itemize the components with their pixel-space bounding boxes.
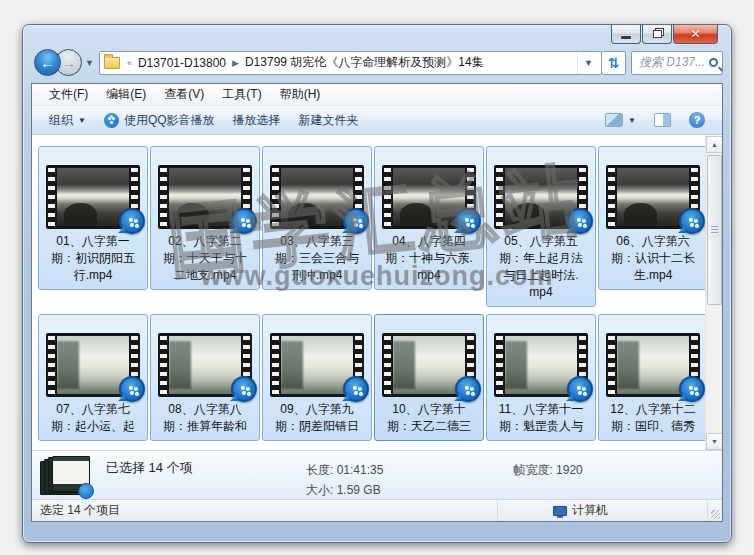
file-name-line: 04、八字第四: [377, 233, 481, 250]
minimize-button[interactable]: [611, 25, 641, 44]
thumbnail-image: [617, 336, 689, 394]
qq-play-button[interactable]: 使用QQ影音播放: [95, 109, 224, 132]
file-name-line: mp4: [377, 267, 481, 284]
file-name-line: 期：阴差阳错日: [265, 418, 369, 435]
file-tile[interactable]: 12、八字第十二期：国印、德秀: [598, 314, 708, 441]
vertical-scrollbar[interactable]: ▲ ▼: [705, 136, 722, 450]
file-tile[interactable]: 01、八字第一期：初识阴阳五行.mp4: [38, 146, 148, 290]
address-dropdown-icon[interactable]: ▼: [577, 52, 599, 74]
chevron-down-icon: ▼: [78, 116, 86, 125]
file-name-line: 期：推算年龄和: [153, 418, 257, 435]
history-dropdown[interactable]: ▼: [82, 58, 99, 68]
filmstrip-holes-icon: [160, 168, 167, 226]
new-folder-label: 新建文件夹: [299, 112, 359, 129]
search-icon[interactable]: [709, 58, 718, 67]
file-name-line: 期：初识阴阳五: [41, 250, 145, 267]
organize-label: 组织: [49, 112, 73, 129]
change-view-button[interactable]: ▼: [596, 110, 645, 130]
file-name-line: 06、八字第六: [601, 233, 705, 250]
file-tile[interactable]: 05、八字第五期：年上起月法与日上起时法.mp4: [486, 146, 596, 307]
filmstrip-holes-icon: [608, 168, 615, 226]
breadcrumb-parent[interactable]: D13701-D13800: [134, 56, 230, 70]
restore-button[interactable]: [642, 25, 672, 44]
play-select-label: 播放选择: [233, 112, 281, 129]
filmstrip-holes-icon: [48, 168, 55, 226]
file-name-line: 期：三会三合与: [265, 250, 369, 267]
file-name-line: 与日上起时法.: [489, 267, 593, 284]
breadcrumb-chevron[interactable]: «: [125, 58, 134, 68]
search-box[interactable]: 搜索 D137...: [631, 51, 723, 75]
video-thumbnail: [46, 165, 140, 229]
breadcrumb-arrow-icon[interactable]: ▶: [230, 58, 241, 68]
details-frame: 帧宽度: 1920: [513, 459, 582, 499]
file-tile[interactable]: 04、八字第四期：十神与六亲.mp4: [374, 146, 484, 290]
qq-player-badge-icon: [231, 208, 257, 234]
file-name-line: 期：国印、德秀: [601, 418, 705, 435]
refresh-button[interactable]: ⇅: [602, 51, 626, 75]
video-thumbnail: [270, 333, 364, 397]
file-tile[interactable]: 11、八字第十一期：魁罡贵人与: [486, 314, 596, 441]
qq-player-badge-icon: [679, 208, 705, 234]
folder-icon: [104, 57, 120, 69]
breadcrumb-current[interactable]: D13799 胡宪伦《八字命理解析及预测》14集: [241, 54, 488, 71]
computer-icon: [553, 506, 567, 516]
file-list-area[interactable]: 01、八字第一期：初识阴阳五行.mp4 02、八字第二期：十天干与十二地支.mp…: [32, 136, 722, 450]
thumbnail-image: [57, 336, 129, 394]
play-select-button[interactable]: 播放选择: [224, 109, 290, 132]
file-name-line: 期：年上起月法: [489, 250, 593, 267]
file-tile[interactable]: 02、八字第二期：十天干与十二地支.mp4: [150, 146, 260, 290]
file-name: 01、八字第一期：初识阴阳五行.mp4: [41, 233, 145, 284]
menu-item-0[interactable]: 文件(F): [40, 84, 97, 105]
scrollbar-thumb[interactable]: [707, 155, 722, 305]
video-thumbnail: [46, 333, 140, 397]
qq-player-badge-icon: [119, 376, 145, 402]
filmstrip-holes-icon: [496, 336, 503, 394]
file-name-line: 期：认识十二长: [601, 250, 705, 267]
thumbnail-image: [169, 336, 241, 394]
address-bar[interactable]: « D13701-D13800 ▶ D13799 胡宪伦《八字命理解析及预测》1…: [99, 51, 602, 75]
file-name: 07、八字第七期：起小运、起: [41, 401, 145, 435]
file-name-line: 08、八字第八: [153, 401, 257, 418]
close-button[interactable]: ✕: [673, 25, 718, 44]
qq-player-badge-icon: [679, 376, 705, 402]
scroll-down-icon[interactable]: ▼: [706, 433, 722, 450]
filmstrip-holes-icon: [608, 336, 615, 394]
filmstrip-holes-icon: [48, 336, 55, 394]
file-row-1: 01、八字第一期：初识阴阳五行.mp4 02、八字第二期：十天干与十二地支.mp…: [38, 146, 708, 307]
video-thumbnail: [606, 333, 700, 397]
scrollbar-grip-icon: [711, 226, 718, 234]
qq-player-badge-icon: [455, 208, 481, 234]
help-button[interactable]: ?: [680, 109, 714, 131]
file-name-line: 10、八字第十: [377, 401, 481, 418]
qq-player-badge-icon: [567, 208, 593, 234]
file-name: 03、八字第三期：三会三合与刑冲.mp4: [265, 233, 369, 284]
file-tile[interactable]: 06、八字第六期：认识十二长生.mp4: [598, 146, 708, 290]
views-icon: [605, 113, 623, 127]
scroll-up-icon[interactable]: ▲: [706, 136, 722, 153]
thumbnail-image: [505, 336, 577, 394]
resize-grip[interactable]: [708, 500, 722, 521]
file-tile[interactable]: 09、八字第九期：阴差阳错日: [262, 314, 372, 441]
file-tile[interactable]: 03、八字第三期：三会三合与刑冲.mp4: [262, 146, 372, 290]
close-icon: ✕: [690, 28, 700, 40]
preview-pane-button[interactable]: [645, 110, 680, 130]
file-name-line: 行.mp4: [41, 267, 145, 284]
qq-player-badge-icon: [343, 376, 369, 402]
command-toolbar: 组织 ▼ 使用QQ影音播放 播放选择 新建文件夹 ▼ ?: [32, 106, 722, 135]
filmstrip-holes-icon: [384, 168, 391, 226]
menu-item-2[interactable]: 查看(V): [155, 84, 213, 105]
restore-icon: [653, 30, 662, 38]
file-tile[interactable]: 08、八字第八期：推算年龄和: [150, 314, 260, 441]
menu-item-4[interactable]: 帮助(H): [271, 84, 330, 105]
file-tile[interactable]: 07、八字第七期：起小运、起: [38, 314, 148, 441]
file-tile[interactable]: 10、八字第十期：天乙二德三: [374, 314, 484, 441]
computer-label: 计算机: [572, 502, 608, 519]
menu-item-1[interactable]: 编辑(E): [97, 84, 155, 105]
back-button[interactable]: ←: [34, 49, 61, 76]
video-thumbnail: [382, 333, 476, 397]
thumbnail-image: [393, 336, 465, 394]
file-name: 08、八字第八期：推算年龄和: [153, 401, 257, 435]
new-folder-button[interactable]: 新建文件夹: [290, 109, 368, 132]
organize-button[interactable]: 组织 ▼: [40, 109, 95, 132]
menu-item-3[interactable]: 工具(T): [213, 84, 270, 105]
